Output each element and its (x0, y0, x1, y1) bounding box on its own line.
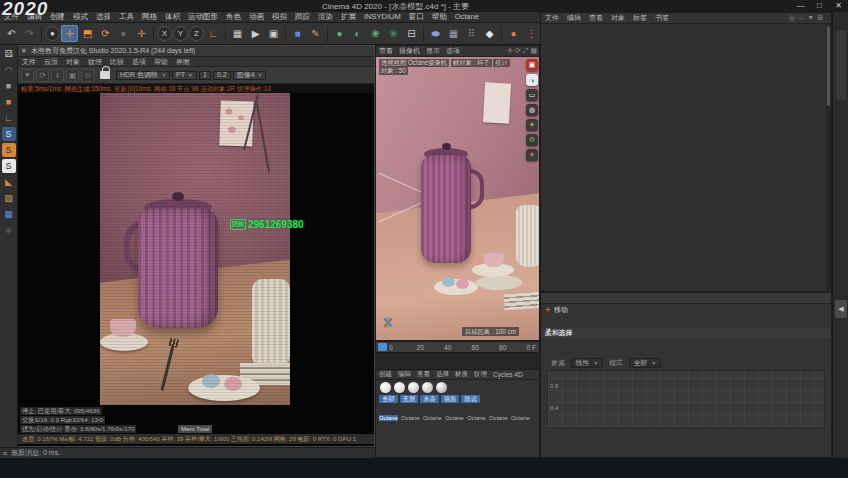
material-sphere-icon[interactable] (408, 382, 419, 393)
octane-strip-button[interactable]: ▣ (526, 59, 538, 71)
mode-icon[interactable]: ∟ (2, 111, 16, 125)
menu-item[interactable]: 显示 (423, 46, 443, 56)
toolbar-icon[interactable]: ↶ (3, 25, 20, 42)
toolbar-icon[interactable]: ⠿ (463, 25, 480, 42)
menu-item[interactable]: 纹理 (471, 370, 490, 379)
falloff-dropdown[interactable]: 线性▼ (571, 358, 604, 368)
menu-item[interactable]: 云渲 (40, 57, 62, 67)
layer-tab[interactable]: 陈设 (461, 395, 480, 403)
menu-item[interactable]: 对象 (62, 57, 84, 67)
live-viewer-close-icon[interactable]: ✕ (21, 47, 27, 55)
menu-item[interactable]: 比较 (106, 57, 128, 67)
menu-item[interactable]: 模拟 (268, 12, 291, 22)
toolbar-icon[interactable]: ⋮ (523, 25, 540, 42)
resolution-field[interactable]: 1 (199, 71, 211, 80)
menu-item[interactable]: 界面 (172, 57, 194, 67)
menu-item[interactable]: 文件 (18, 57, 40, 67)
falloff-curve[interactable]: 0.8 0.4 (547, 370, 825, 428)
image-dropdown[interactable]: 图像4▼ (233, 71, 267, 80)
mode-icon[interactable]: ◠ (2, 63, 16, 77)
menu-item[interactable]: 运动图形 (184, 12, 222, 22)
toolbar-icon[interactable]: ◐ (349, 25, 366, 42)
menu-item[interactable]: Cycles 4D (490, 371, 526, 378)
toolbar-icon[interactable]: ⊟ (403, 25, 420, 42)
kernel-dropdown[interactable]: PT▼ (172, 71, 197, 80)
toolbar-icon[interactable] (225, 26, 226, 42)
viewport-scene[interactable]: 透视视图 Octane摄像机 帧对象 : 杯子 统计 对象 : 50 目标距离 … (376, 57, 539, 340)
timeline-ruler[interactable]: 020406080 0 F (375, 341, 540, 353)
filter-icon[interactable]: ▼ (807, 14, 814, 22)
menu-item[interactable]: 纹理 (84, 57, 106, 67)
octane-strip-button[interactable]: ♻ (526, 134, 538, 146)
material-thumbnail[interactable]: Octane (445, 406, 465, 424)
menu-item[interactable]: 对象 (607, 13, 629, 23)
maximize-button[interactable]: □ (810, 0, 829, 12)
menu-item[interactable]: 窗口 (405, 12, 428, 22)
menu-item[interactable]: 跟踪 (291, 12, 314, 22)
toolbar-icon[interactable]: ■ (289, 25, 306, 42)
render-control-icon[interactable]: ⟳ (36, 69, 49, 82)
render-control-icon[interactable]: ‖ (51, 69, 64, 82)
tonemap-dropdown[interactable]: HDR 色调映▼ (116, 71, 170, 80)
menu-item[interactable]: 网格 (138, 12, 161, 22)
menu-item[interactable]: 编辑 (563, 13, 585, 23)
menu-item[interactable]: 材质 (452, 370, 471, 379)
octane-strip-button[interactable]: ☀ (526, 119, 538, 131)
mode-icon[interactable]: ▨ (2, 191, 16, 205)
toolbar-icon[interactable] (501, 26, 502, 42)
octane-strip-button[interactable]: ◑ (526, 74, 538, 86)
toolbar-icon[interactable]: Z (189, 26, 204, 41)
menu-item[interactable]: 摄像机 (396, 46, 423, 56)
toolbar-icon[interactable] (41, 26, 42, 42)
toolbar-icon[interactable]: ▣ (265, 25, 282, 42)
menu-item[interactable]: 标签 (629, 13, 651, 23)
toolbar-icon[interactable] (327, 26, 328, 42)
material-thumbnail[interactable]: Octane (467, 406, 487, 424)
mode-icon[interactable]: ◆ (2, 223, 16, 237)
toolbar-icon[interactable]: ⬬ (427, 25, 444, 42)
minimize-button[interactable]: — (791, 0, 810, 12)
filter-icon[interactable]: ◎ (789, 14, 795, 22)
menu-item[interactable]: 创建 (46, 12, 69, 22)
toolbar-icon[interactable]: ∟ (205, 25, 222, 42)
status-menu-icon[interactable]: ≡ (3, 450, 7, 457)
mode-icon[interactable]: ■ (2, 79, 16, 93)
material-thumbnail[interactable]: Octane (401, 406, 421, 424)
mode-dropdown[interactable]: 全部▼ (629, 358, 662, 368)
octane-strip-button[interactable]: ☀ (526, 149, 538, 161)
menu-item[interactable]: 体积 (161, 12, 184, 22)
toolbar-icon[interactable]: X (157, 26, 172, 41)
mode-icon[interactable]: ▦ (2, 207, 16, 221)
view-control-icon[interactable]: ⟳ (515, 47, 521, 55)
lock-icon[interactable] (100, 71, 110, 79)
menu-item[interactable]: 模式 (69, 12, 92, 22)
menu-item[interactable]: 文件 (541, 13, 563, 23)
toolbar-icon[interactable]: ▦ (229, 25, 246, 42)
mode-icon[interactable]: S (2, 159, 16, 173)
material-sphere-icon[interactable] (380, 382, 391, 393)
menu-item[interactable]: 选择 (433, 370, 452, 379)
toolbar-icon[interactable]: ▶ (247, 25, 264, 42)
layer-tab[interactable]: 全部 (379, 395, 398, 403)
layer-tab[interactable]: 水壶 (420, 395, 439, 403)
menu-item[interactable]: Octane (451, 12, 483, 22)
mode-icon[interactable]: S (2, 143, 16, 157)
layer-tab[interactable]: 墙面 (441, 395, 460, 403)
material-sphere-icon[interactable] (436, 382, 447, 393)
toolbar-icon[interactable]: ◆ (481, 25, 498, 42)
material-thumbnail[interactable]: Octane (379, 406, 399, 424)
toolbar-icon[interactable]: ✛ (61, 25, 78, 42)
toolbar-icon[interactable]: ↷ (21, 25, 38, 42)
toolbar-icon[interactable]: ❀ (385, 25, 402, 42)
material-thumbnail[interactable]: Octane (511, 406, 531, 424)
menu-item[interactable]: 帮助 (150, 57, 172, 67)
toolbar-icon[interactable]: ● (331, 25, 348, 42)
mode-icon[interactable]: S (2, 127, 16, 141)
octane-strip-button[interactable]: ◍ (526, 104, 538, 116)
mode-icon[interactable]: ◣ (2, 175, 16, 189)
octane-strip-button[interactable]: ▭ (526, 89, 538, 101)
menu-item[interactable]: 渲染 (314, 12, 337, 22)
toolbar-icon[interactable] (423, 26, 424, 42)
menu-item[interactable]: 选择 (92, 12, 115, 22)
material-sphere-icon[interactable] (422, 382, 433, 393)
